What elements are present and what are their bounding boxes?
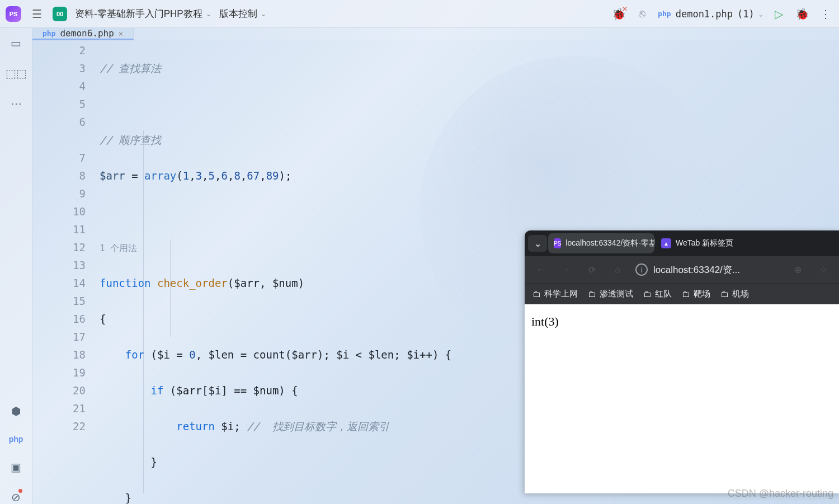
debug-icon[interactable]: 🐞 <box>794 6 810 22</box>
bookmark-item[interactable]: 🗀靶场 <box>682 289 710 299</box>
home-icon[interactable]: ⌂ <box>610 262 625 277</box>
bug-disabled-icon[interactable]: 🐞✕ <box>611 6 626 22</box>
bookmarks-bar: 🗀科学上网 🗀渗透测试 🗀红队 🗀靶场 🗀机场 <box>525 283 839 304</box>
forward-icon[interactable]: → <box>558 262 574 277</box>
services-icon[interactable]: ⬢ <box>11 404 21 418</box>
bookmark-item[interactable]: 🗀科学上网 <box>532 289 578 299</box>
translate-icon[interactable]: ⊕ <box>790 262 805 277</box>
site-info-icon[interactable]: i <box>635 263 648 276</box>
line-gutter: 2 3 4 5 6 7 8 9 10 11 12 13 14 15 16 17 … <box>32 40 100 504</box>
project-name: 资料-零基础新手入门PHP教程 <box>75 7 202 20</box>
run-config-selector[interactable]: php demon1.php (1) ⌄ <box>658 8 763 20</box>
folder-icon: 🗀 <box>532 289 541 299</box>
folder-icon[interactable]: ▭ <box>11 36 21 50</box>
url-text: localhost:63342/资... <box>653 263 740 276</box>
phpstorm-logo-icon: PS <box>6 6 21 22</box>
reload-icon[interactable]: ⟳ <box>584 262 600 277</box>
vcs-dropdown[interactable]: 版本控制 ⌄ <box>219 7 266 20</box>
watermark: CSDN @hacker-routing <box>728 488 833 500</box>
star-icon[interactable]: ☆ <box>816 262 831 277</box>
more-tools-icon[interactable]: ⋯ <box>11 97 22 110</box>
page-output: int(3) <box>531 314 559 328</box>
folder-icon: 🗀 <box>643 289 652 299</box>
terminal-icon[interactable]: ▣ <box>11 460 21 474</box>
address-bar[interactable]: i localhost:63342/资... <box>635 263 780 276</box>
chevron-down-icon: ⌄ <box>206 10 211 18</box>
listener-icon[interactable]: ⎋ <box>634 6 650 22</box>
menu-icon[interactable]: ☰ <box>29 6 45 22</box>
chevron-down-icon: ⌄ <box>261 10 266 18</box>
close-icon[interactable]: × <box>119 29 123 38</box>
tab-filename: demon6.php <box>60 28 114 39</box>
browser-tabbar: ⌄ PS localhost:63342/资料-零基础 ✕ ▲ WeTab 新标… <box>525 230 839 256</box>
browser-toolbar: ← → ⟳ ⌂ i localhost:63342/资... ⊕ ☆ <box>525 256 839 283</box>
browser-window: ⌄ PS localhost:63342/资料-零基础 ✕ ▲ WeTab 新标… <box>525 230 839 493</box>
php-icon: php <box>658 10 671 18</box>
folder-icon: 🗀 <box>720 289 729 299</box>
browser-tab-localhost[interactable]: PS localhost:63342/资料-零基础 ✕ <box>548 233 654 253</box>
vcs-label: 版本控制 <box>219 7 257 20</box>
left-sidebar: ▭ ⬚⬚ ⋯ ⬢ php ▣ ⊘ <box>0 28 32 504</box>
editor-tabs: php demon6.php × <box>32 28 839 40</box>
tab-demon6[interactable]: php demon6.php × <box>32 28 134 40</box>
browser-tab-title: localhost:63342/资料-零基础 <box>565 238 654 248</box>
bookmark-item[interactable]: 🗀红队 <box>643 289 672 299</box>
browser-viewport: int(3) <box>525 304 839 493</box>
usage-hint[interactable]: 1 个用法 <box>100 243 137 253</box>
top-toolbar: PS ☰ 00 资料-零基础新手入门PHP教程 ⌄ 版本控制 ⌄ 🐞✕ ⎋ ph… <box>0 0 839 28</box>
structure-icon[interactable]: ⬚⬚ <box>6 67 27 80</box>
problems-icon[interactable]: ⊘ <box>11 491 21 504</box>
bookmark-item[interactable]: 🗀机场 <box>720 289 749 299</box>
folder-icon: 🗀 <box>682 289 690 299</box>
browser-tab-title: WeTab 新标签页 <box>676 238 733 248</box>
browser-tab-wetab[interactable]: ▲ WeTab 新标签页 <box>656 233 739 253</box>
phpstorm-favicon-icon: PS <box>554 238 561 248</box>
php-file-icon: php <box>43 29 55 37</box>
more-icon[interactable]: ⋮ <box>818 6 833 22</box>
back-icon[interactable]: ← <box>532 262 548 277</box>
folder-icon: 🗀 <box>588 289 596 299</box>
php-tool-icon[interactable]: php <box>9 435 23 444</box>
wetab-favicon-icon: ▲ <box>661 238 671 248</box>
chevron-down-icon: ⌄ <box>759 10 763 18</box>
tab-search-button[interactable]: ⌄ <box>528 235 547 252</box>
run-icon[interactable]: ▷ <box>771 6 786 22</box>
project-icon[interactable]: 00 <box>53 7 67 21</box>
run-config-file: demon1.php <box>676 8 733 20</box>
bookmark-item[interactable]: 🗀渗透测试 <box>588 289 633 299</box>
breadcrumb[interactable]: 资料-零基础新手入门PHP教程 ⌄ <box>75 7 211 20</box>
run-config-suffix: (1) <box>737 8 755 20</box>
